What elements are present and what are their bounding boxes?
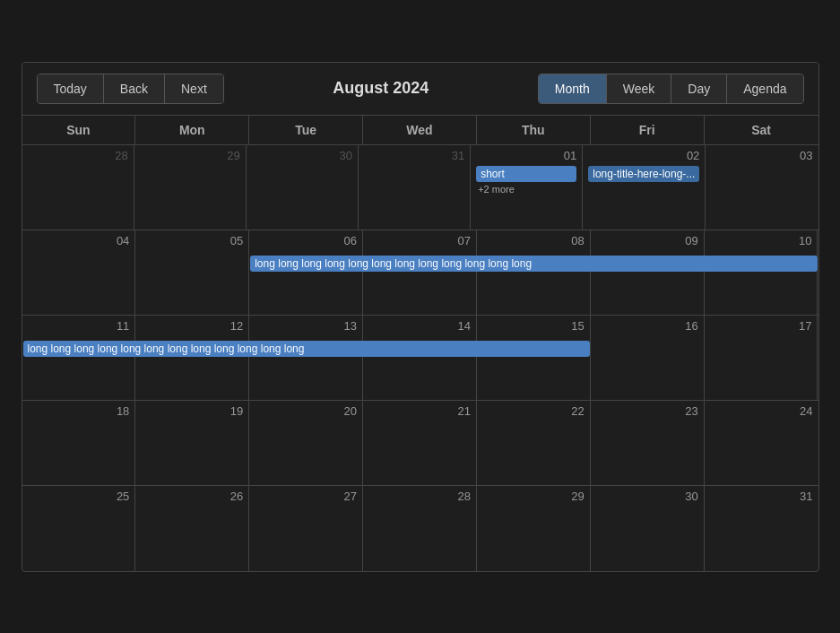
day-cell[interactable]: 09 (591, 230, 705, 315)
day-headers: Sun Mon Tue Wed Thu Fri Sat (22, 116, 818, 145)
day-number: 21 (368, 404, 471, 420)
day-number: 04 (28, 234, 130, 249)
day-cell[interactable]: 05 (135, 230, 249, 315)
event-short[interactable]: short (476, 166, 576, 182)
day-cell[interactable]: 28 (363, 486, 477, 571)
day-cell[interactable]: 28 (22, 145, 134, 230)
day-number: 15 (482, 319, 585, 334)
day-cell[interactable]: 23 (591, 401, 705, 485)
day-cell[interactable]: 26 (135, 486, 249, 571)
day-cell[interactable]: 14 (363, 316, 477, 400)
view-week-button[interactable]: Week (607, 74, 672, 103)
day-number: 05 (141, 234, 243, 249)
week-row: 28 29 30 31 01 short +2 more 02 long-tit… (22, 145, 818, 230)
span-event-week3[interactable]: long long long long long long long long … (23, 341, 590, 357)
more-events-link[interactable]: +2 more (476, 184, 576, 195)
day-number: 12 (141, 319, 243, 334)
day-cell[interactable]: 31 (705, 486, 818, 571)
day-cell[interactable]: 27 (249, 486, 363, 571)
day-cell[interactable]: 24 (705, 401, 818, 485)
day-number: 07 (368, 234, 471, 249)
back-button[interactable]: Back (104, 74, 165, 103)
day-number: 01 (476, 149, 576, 164)
header-sat: Sat (705, 116, 818, 144)
header-mon: Mon (135, 116, 249, 144)
day-number: 31 (364, 149, 464, 164)
day-cell[interactable]: 18 (22, 401, 136, 485)
day-number: 03 (711, 149, 812, 164)
week-row: 18 19 20 21 22 23 24 (22, 401, 818, 486)
day-number: 25 (28, 490, 130, 505)
day-number: 28 (28, 149, 128, 164)
calendar-wrapper: Today Back Next August 2024 Month Week D… (22, 62, 819, 572)
header-thu: Thu (477, 116, 591, 144)
day-number: 08 (482, 234, 585, 249)
week-row: 04 05 06 07 08 09 10 long long long long… (22, 230, 818, 316)
day-number: 24 (710, 404, 813, 420)
calendar-title: August 2024 (224, 79, 538, 98)
day-cell[interactable]: 30 (591, 486, 705, 571)
view-agenda-button[interactable]: Agenda (727, 74, 802, 103)
day-cell[interactable]: 08 (477, 230, 591, 315)
day-cell[interactable]: 21 (363, 401, 477, 485)
day-cell[interactable]: 06 (249, 230, 363, 315)
day-cell[interactable]: 01 short +2 more (471, 145, 583, 230)
calendar-grid: Sun Mon Tue Wed Thu Fri Sat 28 29 30 31 … (22, 115, 818, 571)
day-cell[interactable]: 11 (22, 316, 136, 400)
day-cell[interactable]: 17 (705, 316, 818, 400)
day-cell[interactable]: 12 (135, 316, 249, 400)
day-number: 23 (596, 404, 698, 420)
next-button[interactable]: Next (165, 74, 223, 103)
day-number: 31 (710, 490, 813, 505)
day-number: 06 (255, 234, 357, 249)
day-number: 10 (710, 234, 812, 249)
week-row: 11 12 13 14 15 16 17 long long long long… (22, 316, 818, 401)
day-cell[interactable]: 07 (363, 230, 477, 315)
toolbar: Today Back Next August 2024 Month Week D… (22, 63, 818, 115)
day-number: 02 (588, 149, 699, 164)
header-wed: Wed (363, 116, 477, 144)
day-cell[interactable]: 16 (591, 316, 705, 400)
day-cell[interactable]: 02 long-title-here-long-... (583, 145, 706, 230)
day-cell[interactable]: 22 (477, 401, 591, 485)
header-fri: Fri (591, 116, 705, 144)
view-day-button[interactable]: Day (671, 74, 727, 103)
day-number: 27 (255, 490, 357, 505)
day-number: 30 (596, 490, 698, 505)
event-long-title[interactable]: long-title-here-long-... (588, 166, 699, 182)
header-tue: Tue (249, 116, 363, 144)
week-row: 25 26 27 28 29 30 31 (22, 486, 818, 571)
nav-button-group: Today Back Next (37, 74, 224, 104)
day-cell[interactable]: 25 (22, 486, 136, 571)
day-cell[interactable]: 10 (705, 230, 818, 315)
view-button-group: Month Week Day Agenda (538, 74, 804, 104)
day-cell[interactable]: 29 (134, 145, 247, 230)
day-cell[interactable]: 31 (359, 145, 471, 230)
day-number: 20 (255, 404, 357, 420)
day-number: 16 (596, 319, 698, 334)
day-cell[interactable]: 04 (22, 230, 136, 315)
weeks-container: 28 29 30 31 01 short +2 more 02 long-tit… (22, 145, 818, 571)
day-number: 09 (596, 234, 698, 249)
day-number: 14 (368, 319, 471, 334)
day-cell[interactable]: 30 (247, 145, 359, 230)
today-button[interactable]: Today (38, 74, 104, 103)
view-month-button[interactable]: Month (539, 74, 607, 103)
day-number: 26 (141, 490, 243, 505)
day-number: 13 (255, 319, 357, 334)
day-cell[interactable]: 29 (477, 486, 591, 571)
day-cell[interactable]: 19 (135, 401, 249, 485)
day-cell[interactable]: 20 (249, 401, 363, 485)
day-cell[interactable]: 13 (249, 316, 363, 400)
day-number: 22 (482, 404, 585, 420)
day-cell[interactable]: 15 (477, 316, 591, 400)
day-cell[interactable]: 03 (706, 145, 818, 230)
header-sun: Sun (22, 116, 136, 144)
day-number: 29 (482, 490, 585, 505)
day-number: 17 (710, 319, 812, 334)
span-event-week2[interactable]: long long long long long long long long … (250, 256, 817, 272)
day-number: 18 (28, 404, 130, 420)
day-number: 29 (140, 149, 240, 164)
day-number: 30 (252, 149, 352, 164)
day-number: 19 (141, 404, 243, 420)
